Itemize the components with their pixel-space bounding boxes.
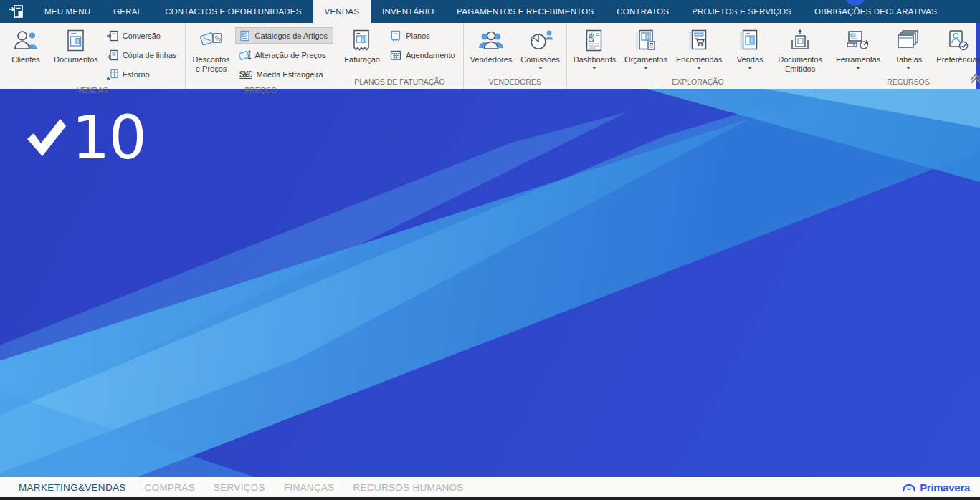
vendas-small-buttons: Conversão Cópia de linhas <box>103 23 183 85</box>
app-window: MEU MENU GERAL CONTACTOS E OPORTUNIDADES… <box>0 0 980 500</box>
group-label-precos: PREÇOS <box>188 85 334 97</box>
module-recursos-humanos[interactable]: RECURSOS HUMANOS <box>353 482 464 493</box>
currency-symbols-icon: $¥£ <box>239 69 253 80</box>
convert-doc-icon <box>106 30 119 42</box>
dropdown-caret-icon <box>592 67 596 69</box>
v10-check-glyph <box>22 109 72 165</box>
tab-geral[interactable]: GERAL <box>102 0 153 23</box>
dropdown-caret-icon <box>538 67 543 69</box>
dropdown-caret-icon <box>856 67 860 69</box>
window-bottom-border <box>0 497 980 500</box>
planos-small-buttons: Planos Agendamento <box>386 23 461 66</box>
commissions-pie-icon <box>528 27 553 53</box>
dropdown-caret-icon <box>697 67 701 69</box>
module-marketing-vendas[interactable]: MARKETING&VENDAS <box>19 482 126 493</box>
clients-people-icon <box>13 27 39 53</box>
document-icon <box>67 27 85 53</box>
invoice-receipt-icon <box>352 27 372 53</box>
alteracao-de-precos-button[interactable]: Alteração de Preços <box>235 47 334 63</box>
ribbon-tab-bar: MEU MENU GERAL CONTACTOS E OPORTUNIDADES… <box>0 0 980 23</box>
catalog-icon <box>239 30 252 42</box>
clientes-button[interactable]: Clientes <box>2 23 49 65</box>
price-change-icon <box>239 49 252 61</box>
comissoes-button[interactable]: Comissões <box>516 23 563 70</box>
tab-obrigacoes-declarativas[interactable]: OBRIGAÇÕES DECLARATIVAS <box>803 0 948 23</box>
agendamento-button[interactable]: Agendamento <box>386 47 461 63</box>
tab-inventario[interactable]: INVENTÁRIO <box>371 0 445 23</box>
tab-contratos[interactable]: CONTRATOS <box>605 0 680 23</box>
navigator-button[interactable] <box>0 0 33 23</box>
faturacao-button[interactable]: Faturação <box>338 23 386 65</box>
dropdown-caret-icon <box>906 67 910 69</box>
orders-doc-cart-icon <box>689 27 709 53</box>
group-label-exploracao: EXPLORAÇÃO <box>569 77 827 89</box>
module-servicos[interactable]: SERVIÇOS <box>214 482 265 493</box>
tab-meu-menu[interactable]: MEU MENU <box>33 0 102 23</box>
schedule-calendar-icon <box>389 49 402 61</box>
tab-projetos-e-servicos[interactable]: PROJETOS E SERVIÇOS <box>680 0 803 23</box>
group-label-planos-de-faturacao: PLANOS DE FATURAÇÃO <box>338 77 461 89</box>
group-label-vendedores: VENDEDORES <box>466 77 564 89</box>
collapse-ribbon-button[interactable] <box>969 74 980 85</box>
planos-button[interactable]: Planos <box>386 27 461 44</box>
vendas-exploracao-button[interactable]: Vendas <box>726 23 774 70</box>
sales-doc-icon <box>740 27 760 53</box>
tab-contactos-e-oportunidades[interactable]: CONTACTOS E OPORTUNIDADES <box>153 0 313 23</box>
dropdown-caret-icon <box>748 67 752 69</box>
preferences-user-check-icon <box>947 27 970 53</box>
module-bar: MARKETING&VENDAS COMPRAS SERVIÇOS FINANÇ… <box>0 477 980 497</box>
ribbon-vendas: Clientes Documentos <box>0 23 976 89</box>
orcamentos-button[interactable]: Orçamentos <box>620 23 672 70</box>
svg-text:%: % <box>214 35 221 42</box>
ribbon-group-vendas: Clientes Documentos <box>0 23 186 89</box>
primavera-logo-icon <box>901 481 917 494</box>
navigator-doc-icon <box>9 4 24 19</box>
group-label-recursos: RECURSOS <box>832 77 980 89</box>
copy-lines-icon <box>106 49 119 61</box>
copia-de-linhas-button[interactable]: Cópia de linhas <box>103 47 183 63</box>
vendedores-button[interactable]: Vendedores <box>466 23 517 65</box>
descontos-e-precos-button[interactable]: % Descontos e Preços <box>188 23 235 74</box>
tab-pagamentos-e-recebimentos[interactable]: PAGAMENTOS E RECEBIMENTOS <box>445 0 605 23</box>
background-streak <box>0 89 980 477</box>
tab-vendas[interactable]: VENDAS <box>313 0 371 23</box>
salespeople-icon <box>477 27 505 53</box>
price-tags-icon: % <box>199 27 224 53</box>
plans-doc-icon <box>389 30 402 42</box>
issued-documents-icon <box>789 27 811 53</box>
ribbon-group-planos-faturacao: Faturação Planos <box>336 23 464 89</box>
preferencias-button[interactable]: Preferências <box>932 23 980 65</box>
ribbon-group-recursos: Ferramentas Tabelas <box>829 23 980 89</box>
dashboards-button[interactable]: Dashboards <box>569 23 620 70</box>
tabelas-button[interactable]: Tabelas <box>885 23 932 70</box>
dashboards-report-icon <box>585 27 604 53</box>
ferramentas-button[interactable]: Ferramentas <box>832 23 885 70</box>
workspace-background: 10 <box>0 89 980 477</box>
catalogos-de-artigos-button[interactable]: Catálogos de Artigos <box>235 27 334 44</box>
documentos-emitidos-button[interactable]: Documentos Emitidos <box>774 23 827 74</box>
moeda-estrangeira-button[interactable]: $¥£ Moeda Estrangeira <box>235 66 334 82</box>
tools-icon <box>846 27 870 53</box>
module-compras[interactable]: COMPRAS <box>145 482 195 493</box>
precos-small-buttons: Catálogos de Artigos Alteração de Preços… <box>235 23 334 85</box>
primavera-brand-text: Primavera <box>920 481 970 494</box>
conversao-button[interactable]: Conversão <box>103 27 183 44</box>
ribbon-group-precos: % Descontos e Preços Catálogos de Artigo… <box>186 23 337 89</box>
tables-windows-icon <box>897 27 920 53</box>
documentos-button[interactable]: Documentos <box>49 23 103 65</box>
v10-logo: 10 <box>22 109 146 165</box>
quotes-doc-calculator-icon <box>635 27 657 53</box>
reverse-entry-icon <box>106 69 119 80</box>
estorno-button[interactable]: Estorno <box>103 66 183 82</box>
module-financas[interactable]: FINANÇAS <box>284 482 335 493</box>
ribbon-group-vendedores: Vendedores Comissões VENDED <box>464 23 567 89</box>
dropdown-caret-icon <box>644 67 648 69</box>
group-label-vendas: VENDAS <box>2 85 183 97</box>
ribbon-group-exploracao: Dashboards Orçament <box>567 23 829 89</box>
encomendas-button[interactable]: Encomendas <box>672 23 726 70</box>
primavera-brand: Primavera <box>901 481 970 494</box>
